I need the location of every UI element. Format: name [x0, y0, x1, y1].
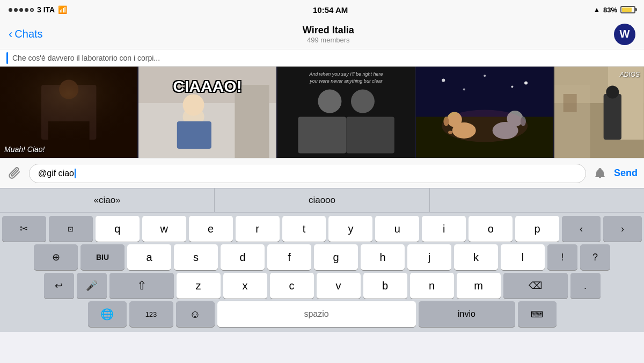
bold-key[interactable]: BIU	[80, 244, 125, 270]
svg-point-22	[463, 89, 465, 91]
autocomplete-item-3[interactable]	[430, 188, 644, 212]
back-label[interactable]: Chats	[14, 28, 42, 40]
gif-item-3[interactable]: And when you say I'll be right hereyou w…	[277, 67, 416, 158]
autocomplete-item-2[interactable]: ciaooo	[215, 188, 429, 212]
key-y[interactable]: y	[328, 216, 372, 242]
key-x[interactable]: x	[223, 273, 267, 299]
key-b[interactable]: b	[363, 273, 407, 299]
message-input-wrap[interactable]: @gif ciao	[29, 164, 586, 183]
mic-key[interactable]: 🎤	[77, 273, 107, 299]
gif-row: Muah! Ciao! CIAAAO!	[0, 67, 644, 158]
status-bar: 3 ITA 📶 10:54 AM ▲ 83%	[0, 0, 644, 19]
dot5	[30, 8, 34, 12]
autocomplete-item-1[interactable]: «ciao»	[0, 188, 215, 212]
invio-key[interactable]: invio	[419, 301, 515, 327]
svg-point-23	[511, 85, 513, 88]
gif-bg-2: CIAAAO!	[138, 67, 276, 158]
svg-point-10	[183, 94, 204, 115]
key-z[interactable]: z	[177, 273, 221, 299]
battery-fill	[622, 8, 632, 12]
gif-item-4[interactable]	[416, 67, 554, 158]
arrow-right-key[interactable]: ›	[603, 216, 642, 242]
paste-key[interactable]: ⊕	[34, 244, 78, 270]
kb-row-bottom: 🌐 123 ☺ spazio invio ⌨	[2, 301, 642, 327]
period-key[interactable]: .	[570, 273, 601, 299]
paperclip-icon	[8, 166, 22, 180]
cut-key[interactable]: ✂	[2, 216, 46, 242]
carrier-label: 3 ITA	[37, 5, 55, 14]
key-j[interactable]: j	[407, 244, 451, 270]
key-l[interactable]: l	[501, 244, 545, 270]
gif-item-2[interactable]: CIAAAO!	[138, 67, 277, 158]
key-i[interactable]: i	[422, 216, 466, 242]
svg-point-32	[442, 110, 528, 142]
key-t[interactable]: t	[282, 216, 326, 242]
space-key[interactable]: spazio	[217, 301, 416, 327]
svg-point-21	[524, 82, 528, 85]
key-q[interactable]: q	[96, 216, 140, 242]
battery-pct: 83%	[603, 6, 617, 14]
key-s[interactable]: s	[174, 244, 218, 270]
nav-subtitle: 499 members	[303, 36, 354, 44]
shift-key[interactable]: ⇧	[109, 273, 174, 299]
key-v[interactable]: v	[317, 273, 361, 299]
cursor	[75, 169, 76, 178]
gif5-svg	[554, 67, 644, 158]
key-w[interactable]: w	[142, 216, 186, 242]
autocomplete-label-2: ciaooo	[309, 195, 335, 206]
gif-item-5[interactable]: ADIOS	[554, 67, 644, 158]
exclamation-key[interactable]: !	[547, 244, 577, 270]
preview-accent	[6, 52, 8, 64]
gif2-text: CIAAAO!	[173, 77, 241, 96]
gif-bg-5: ADIOS	[554, 67, 644, 158]
attach-button[interactable]	[6, 165, 24, 182]
keyboard-dismiss-key[interactable]: ⌨	[518, 301, 557, 327]
key-d[interactable]: d	[221, 244, 265, 270]
dot2	[14, 8, 18, 12]
status-right: ▲ 83%	[594, 6, 635, 14]
svg-point-37	[606, 86, 619, 99]
undo-key[interactable]: ↩	[44, 273, 74, 299]
key-n[interactable]: n	[410, 273, 454, 299]
question-key[interactable]: ?	[580, 244, 610, 270]
gif-bg-4	[416, 67, 553, 158]
key-u[interactable]: u	[375, 216, 419, 242]
key-f[interactable]: f	[267, 244, 311, 270]
nav-title: Wired Italia	[303, 25, 354, 36]
battery-icon	[620, 6, 635, 13]
location-icon: ▲	[594, 6, 600, 13]
dot3	[19, 8, 23, 12]
gif4-svg	[416, 67, 553, 158]
key-p[interactable]: p	[515, 216, 559, 242]
nav-bar: ‹ Chats Wired Italia 499 members W	[0, 19, 644, 49]
back-button[interactable]: ‹ Chats	[9, 27, 43, 41]
key-r[interactable]: r	[236, 216, 280, 242]
gif1-svg	[0, 67, 137, 158]
key-h[interactable]: h	[361, 244, 405, 270]
key-e[interactable]: e	[189, 216, 233, 242]
avatar[interactable]: W	[614, 24, 635, 45]
key-a[interactable]: a	[127, 244, 171, 270]
status-time: 10:54 AM	[313, 5, 348, 14]
gif-item-1[interactable]: Muah! Ciao!	[0, 67, 138, 158]
emoji-key[interactable]: ☺	[176, 301, 215, 327]
bell-button[interactable]	[591, 165, 609, 182]
svg-rect-9	[177, 121, 211, 149]
send-button[interactable]: Send	[614, 168, 638, 179]
svg-rect-4	[0, 67, 137, 158]
dot4	[25, 8, 28, 12]
globe-key[interactable]: 🌐	[88, 301, 127, 327]
arrow-left-key[interactable]: ‹	[562, 216, 601, 242]
keyboard: ✂ ⊡ q w e r t y u i o p ‹ › ⊕ BIU a s d …	[0, 213, 644, 332]
key-g[interactable]: g	[314, 244, 358, 270]
key-o[interactable]: o	[469, 216, 513, 242]
num-key[interactable]: 123	[129, 301, 173, 327]
backspace-key[interactable]: ⌫	[503, 273, 568, 299]
key-c[interactable]: c	[270, 273, 314, 299]
key-m[interactable]: m	[457, 273, 501, 299]
nav-title-group: Wired Italia 499 members	[303, 25, 354, 44]
kb-row-3: ↩ 🎤 ⇧ z x c v b n m ⌫ .	[2, 273, 642, 299]
autocomplete-label-1: «ciao»	[94, 195, 121, 206]
key-k[interactable]: k	[454, 244, 498, 270]
select-key[interactable]: ⊡	[49, 216, 93, 242]
